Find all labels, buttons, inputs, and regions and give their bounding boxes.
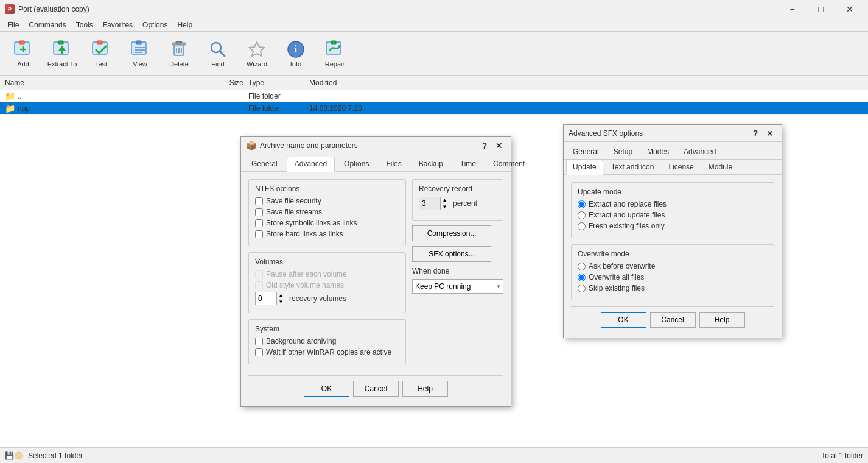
toolbar-view[interactable]: View <box>122 35 158 72</box>
recovery-spinner-buttons: ▲ ▼ <box>440 197 449 210</box>
sfx-tab-update[interactable]: Update <box>566 160 603 175</box>
sfx-tab-license[interactable]: License <box>662 160 700 174</box>
sfx-ok-button[interactable]: OK <box>601 312 646 328</box>
radio-extract-replace[interactable]: Extract and replace files <box>578 200 768 208</box>
toolbar-delete[interactable]: Delete <box>161 35 197 72</box>
recovery-record-input[interactable] <box>419 197 440 210</box>
radio-extract-update[interactable]: Extract and update files <box>578 211 768 219</box>
radio-overwrite-all[interactable]: Overwrite all files <box>578 273 768 281</box>
spinner-up-button[interactable]: ▲ <box>277 292 285 299</box>
checkbox-store-hard-links[interactable]: Store hard links as links <box>255 230 399 238</box>
tab-general[interactable]: General <box>243 157 285 171</box>
checkbox-save-file-security[interactable]: Save file security <box>255 197 399 205</box>
recovery-volumes-input[interactable] <box>256 292 276 305</box>
radio-ask-before-input[interactable] <box>578 263 586 270</box>
sfx-tab-text-icon[interactable]: Text and icon <box>604 160 661 174</box>
sfx-tab-advanced[interactable]: Advanced <box>677 144 723 159</box>
recovery-volumes-spinner[interactable]: ▲ ▼ <box>255 292 285 305</box>
checkbox-background-archiving-input[interactable] <box>255 338 263 345</box>
checkbox-store-symbolic-links-input[interactable] <box>255 219 263 227</box>
tab-files[interactable]: Files <box>378 157 409 171</box>
recovery-record-spinner[interactable]: ▲ ▼ <box>419 197 449 210</box>
close-button[interactable]: ✕ <box>836 0 863 18</box>
radio-fresh-existing-input[interactable] <box>578 222 586 230</box>
tab-time[interactable]: Time <box>452 157 484 171</box>
tab-backup[interactable]: Backup <box>411 157 451 171</box>
sfx-tab-modes[interactable]: Modes <box>640 144 676 159</box>
archive-dialog: 📦 Archive name and parameters ? ✕ Genera… <box>240 136 511 407</box>
menu-tools[interactable]: Tools <box>71 19 98 30</box>
compression-button[interactable]: Compression... <box>412 225 491 241</box>
sfx-dialog-help-icon[interactable]: ? <box>749 127 762 140</box>
when-done-select[interactable]: Keep PC running Sleep Hibernate Shut dow… <box>412 279 503 294</box>
app-icon: P <box>5 4 15 14</box>
radio-extract-update-input[interactable] <box>578 211 586 219</box>
radio-overwrite-all-input[interactable] <box>578 274 586 281</box>
sfx-dialog-close-button[interactable]: ✕ <box>763 127 777 140</box>
toolbar-find[interactable]: Find <box>200 35 236 72</box>
archive-dialog-body: NTFS options Save file security Save fil… <box>241 172 511 406</box>
checkbox-wait-winrar[interactable]: Wait if other WinRAR copies are active <box>255 348 399 356</box>
sfx-help-button[interactable]: Help <box>699 312 745 328</box>
sfx-footer: OK Cancel Help <box>571 306 774 330</box>
minimize-button[interactable]: − <box>779 0 806 18</box>
radio-ask-before-label: Ask before overwrite <box>589 262 655 270</box>
toolbar-info[interactable]: i Info <box>278 35 314 72</box>
archive-cancel-button[interactable]: Cancel <box>353 381 399 397</box>
sfx-btn-group: SFX options... <box>412 246 503 262</box>
archive-help-button[interactable]: Help <box>402 381 448 397</box>
spinner-down-button[interactable]: ▼ <box>277 299 285 305</box>
toolbar-add[interactable]: Add <box>5 35 41 72</box>
radio-skip-existing-input[interactable] <box>578 285 586 292</box>
sfx-tab-row-2: Update Text and icon License Module <box>564 160 782 175</box>
checkbox-save-file-security-input[interactable] <box>255 197 263 205</box>
toolbar-wizard[interactable]: Wizard <box>239 35 275 72</box>
sfx-options-button[interactable]: SFX options... <box>412 246 491 262</box>
checkbox-background-archiving[interactable]: Background archiving <box>255 337 399 345</box>
checkbox-save-file-streams[interactable]: Save file streams <box>255 208 399 216</box>
menu-help[interactable]: Help <box>172 19 197 30</box>
radio-fresh-existing[interactable]: Fresh existing files only <box>578 222 768 230</box>
column-header-size[interactable]: Size <box>209 79 246 87</box>
menu-commands[interactable]: Commands <box>24 19 71 30</box>
archive-dialog-close-button[interactable]: ✕ <box>492 140 506 152</box>
extract-to-icon <box>52 40 72 59</box>
tab-comment[interactable]: Comment <box>485 157 533 171</box>
radio-ask-before[interactable]: Ask before overwrite <box>578 262 768 270</box>
sfx-dialog-title: Advanced SFX options <box>569 129 643 138</box>
svg-text:i: i <box>295 44 298 54</box>
table-row[interactable]: 📁 .. File folder <box>0 90 868 102</box>
radio-extract-replace-input[interactable] <box>578 200 586 208</box>
checkbox-save-file-streams-input[interactable] <box>255 208 263 216</box>
spinner-buttons: ▲ ▼ <box>276 292 285 305</box>
table-row[interactable]: 📁 npp File folder 14.08.2020 7:20 <box>0 102 868 115</box>
sfx-tab-general[interactable]: General <box>566 144 606 159</box>
sfx-tab-row-1: General Setup Modes Advanced <box>564 142 782 160</box>
menu-file[interactable]: File <box>2 19 24 30</box>
recovery-record-section: Recovery record ▲ ▼ percent <box>412 179 503 221</box>
repair-icon <box>325 40 345 59</box>
checkbox-store-symbolic-links[interactable]: Store symbolic links as links <box>255 219 399 227</box>
sfx-tab-module[interactable]: Module <box>702 160 739 174</box>
toolbar-extract-to[interactable]: Extract To <box>44 35 80 72</box>
archive-ok-button[interactable]: OK <box>304 381 349 397</box>
recovery-spinner-up[interactable]: ▲ <box>441 197 449 203</box>
recovery-spinner-down[interactable]: ▼ <box>441 203 449 210</box>
checkbox-wait-winrar-input[interactable] <box>255 348 263 356</box>
checkbox-store-hard-links-input[interactable] <box>255 230 263 238</box>
tab-advanced[interactable]: Advanced <box>287 157 335 172</box>
menu-options[interactable]: Options <box>138 19 172 30</box>
column-header-name[interactable]: Name <box>2 79 209 87</box>
column-header-modified[interactable]: Modified <box>307 79 380 87</box>
toolbar-repair[interactable]: Repair <box>317 35 353 72</box>
sfx-cancel-button[interactable]: Cancel <box>650 312 696 328</box>
sfx-tab-setup[interactable]: Setup <box>607 144 639 159</box>
menu-favorites[interactable]: Favorites <box>98 19 138 30</box>
tab-options[interactable]: Options <box>336 157 377 171</box>
radio-skip-existing[interactable]: Skip existing files <box>578 284 768 292</box>
checkbox-pause-volume: Pause after each volume <box>255 270 399 278</box>
maximize-button[interactable]: □ <box>807 0 835 18</box>
toolbar-test[interactable]: Test <box>83 35 119 72</box>
archive-dialog-help-icon[interactable]: ? <box>478 140 491 152</box>
column-header-type[interactable]: Type <box>246 79 307 87</box>
